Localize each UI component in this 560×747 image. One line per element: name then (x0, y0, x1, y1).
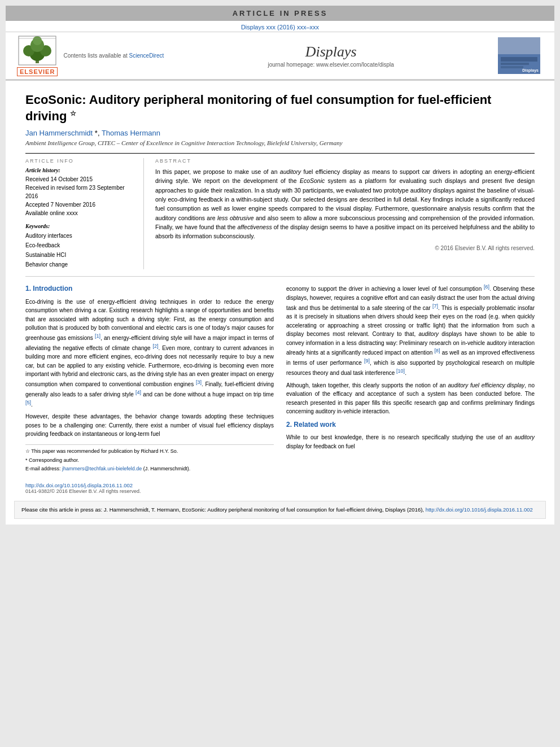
body-para1: Eco-driving is the use of energy-efficie… (25, 298, 274, 409)
received2: Received in revised form 23 September 20… (25, 184, 135, 200)
author-hermann[interactable]: Thomas Hermann (102, 129, 160, 137)
abstract-heading: ABSTRACT (155, 158, 535, 164)
ref-6[interactable]: [6] (484, 284, 489, 290)
svg-rect-11 (501, 63, 529, 65)
doi-section: http://dx.doi.org/10.1016/j.displa.2016.… (6, 480, 554, 496)
footnotes: ☆ This paper was recommended for publica… (25, 444, 274, 473)
body-col-left: 1. Introduction Eco-driving is the use o… (25, 283, 274, 474)
displays-thumb-label: Displays (500, 68, 539, 72)
body-right-para2: Although, taken together, this clearly s… (286, 381, 535, 416)
journal-title: Displays (164, 43, 498, 60)
svg-point-5 (33, 36, 42, 45)
displays-logo-box: Displays (498, 37, 540, 74)
sciencedirect-link[interactable]: ScienceDirect (129, 53, 164, 59)
svg-rect-10 (501, 57, 537, 62)
keyword-2: Eco-feedback (25, 241, 135, 250)
abstract-col: ABSTRACT In this paper, we propose to ma… (155, 158, 535, 269)
ref-9[interactable]: [9] (364, 358, 370, 364)
body-right-para1: economy to support the driver in achievi… (286, 283, 535, 378)
journal-main-header: ELSEVIER Contents lists available at Sci… (6, 32, 554, 80)
banner-text: ARTICLE IN PRESS (233, 9, 328, 18)
journal-center: Displays journal homepage: www.elsevier.… (164, 43, 498, 68)
keywords-list: Auditory interfaces Eco-feedback Sustain… (25, 231, 135, 269)
ref-10[interactable]: [10] (396, 368, 405, 374)
journal-ref-line: Displays xxx (2016) xxx–xxx (6, 21, 554, 32)
ref-1[interactable]: [1] (95, 333, 100, 339)
elsevier-wordmark: ELSEVIER (17, 67, 58, 76)
journal-left: ELSEVIER Contents lists available at Sci… (17, 35, 164, 76)
keywords-label: Keywords: (25, 223, 135, 229)
citation-text: J. Hammerschmidt, T. Hermann, EcoSonic: … (104, 506, 424, 513)
author-hammerschmidt[interactable]: Jan Hammerschmidt (25, 129, 93, 137)
main-content: EcoSonic: Auditory peripheral monitoring… (6, 81, 554, 480)
section2-title: 2. Related work (286, 420, 535, 430)
journal-ref: Displays xxx (2016) xxx–xxx (241, 24, 319, 30)
doi-url: http://dx.doi.org/10.1016/j.displa.2016.… (25, 482, 535, 488)
keyword-4: Behavior change (25, 260, 135, 269)
received1: Received 14 October 2015 (25, 175, 135, 184)
citation-label: Please cite this article in press as: (21, 506, 102, 513)
ref-7[interactable]: [7] (432, 303, 438, 309)
article-in-press-banner: ARTICLE IN PRESS (6, 6, 554, 21)
citation-doi-link[interactable]: http://dx.doi.org/10.1016/j.displa.2016.… (426, 506, 533, 513)
citation-box: Please cite this article in press as: J.… (14, 501, 546, 519)
article-info-abstract-section: ARTICLE INFO Article history: Received 1… (25, 153, 535, 269)
page: ARTICLE IN PRESS Displays xxx (2016) xxx… (6, 6, 554, 525)
section1-title: 1. Introduction (25, 283, 274, 294)
ref-3[interactable]: [3] (196, 379, 202, 385)
elsevier-tree-icon (18, 35, 57, 66)
body-para2: However, despite these advantages, the b… (25, 412, 274, 439)
ref-4[interactable]: [4] (135, 390, 141, 395)
journal-homepage: journal homepage: www.elsevier.com/locat… (164, 62, 498, 68)
article-info-col: ARTICLE INFO Article history: Received 1… (25, 158, 144, 269)
copyright: © 2016 Elsevier B.V. All rights reserved… (155, 245, 535, 251)
accepted: Accepted 7 November 2016 (25, 200, 135, 209)
section-divider (25, 276, 535, 277)
ref-2[interactable]: [2] (152, 343, 158, 349)
email-link[interactable]: jhammers@techfak.uni-bielefeld.de (62, 466, 142, 471)
ref-5[interactable]: [5] (25, 400, 31, 405)
footnote-email: E-mail address: jhammers@techfak.uni-bie… (25, 465, 274, 473)
title-star: ☆ (70, 109, 76, 117)
doi-link[interactable]: http://dx.doi.org/10.1016/j.displa.2016.… (25, 482, 133, 488)
issn-line: 0141-9382/© 2016 Elsevier B.V. All right… (25, 488, 535, 494)
ref-8[interactable]: [8] (435, 348, 440, 353)
contents-label: Contents lists available at ScienceDirec… (63, 53, 164, 59)
svg-rect-9 (498, 37, 540, 54)
history-label: Article history: (25, 167, 135, 173)
available: Available online xxxx (25, 209, 135, 217)
contents-info: Contents lists available at ScienceDirec… (63, 53, 164, 59)
journal-header: Displays xxx (2016) xxx–xxx (6, 21, 554, 81)
article-info-heading: ARTICLE INFO (25, 158, 135, 164)
footnote-star1: ☆ This paper was recommended for publica… (25, 448, 274, 455)
abstract-text: In this paper, we propose to make use of… (155, 167, 535, 241)
body-col-right: economy to support the driver in achievi… (286, 283, 535, 474)
keyword-3: Sustainable HCI (25, 250, 135, 260)
affiliation: Ambient Intelligence Group, CITEC – Cent… (25, 139, 535, 146)
keyword-1: Auditory interfaces (25, 231, 135, 241)
authors: Jan Hammerschmidt *, Thomas Hermann (25, 129, 535, 137)
journal-right: Displays (498, 37, 543, 74)
body-section: 1. Introduction Eco-driving is the use o… (25, 283, 535, 474)
footnote-star2: * Corresponding author. (25, 457, 274, 464)
article-title: EcoSonic: Auditory peripheral monitoring… (25, 92, 535, 124)
body-section2-para: While to our best knowledge, there is no… (286, 433, 535, 451)
elsevier-logo: ELSEVIER (17, 35, 58, 76)
